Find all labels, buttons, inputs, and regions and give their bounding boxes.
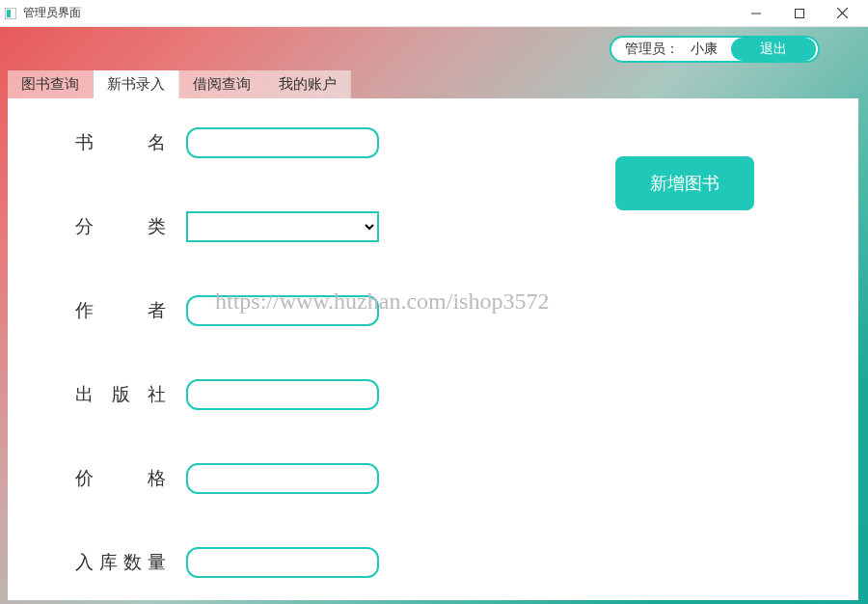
svg-line-4 <box>837 8 848 18</box>
admin-name: 小康 <box>691 41 718 58</box>
input-publisher[interactable] <box>186 379 379 410</box>
window-controls <box>734 0 864 27</box>
input-author[interactable] <box>186 295 379 326</box>
app-icon <box>4 7 17 20</box>
row-quantity: 入库数量 <box>8 547 858 578</box>
add-book-button[interactable]: 新增图书 <box>615 156 754 210</box>
titlebar: 管理员界面 <box>0 0 868 27</box>
tab-new-book[interactable]: 新书录入 <box>94 70 179 98</box>
select-category[interactable] <box>186 211 379 242</box>
window-title: 管理员界面 <box>23 5 734 21</box>
row-publisher: 出版社 <box>8 379 858 410</box>
row-book-name: 书名 <box>8 127 858 158</box>
tabs-bar: 图书查询 新书录入 借阅查询 我的账户 <box>0 70 868 98</box>
row-price: 价格 <box>8 463 858 494</box>
admin-info-panel: 管理员： 小康 退出 <box>610 36 820 63</box>
tab-book-search[interactable]: 图书查询 <box>8 70 94 98</box>
label-author: 作者 <box>75 298 186 323</box>
row-category: 分类 <box>8 211 858 242</box>
tab-borrow-search[interactable]: 借阅查询 <box>179 70 265 98</box>
label-category: 分类 <box>75 214 186 239</box>
row-author: 作者 <box>8 295 858 326</box>
svg-line-5 <box>837 8 848 18</box>
tab-my-account[interactable]: 我的账户 <box>265 70 351 98</box>
svg-rect-1 <box>7 10 11 17</box>
label-price: 价格 <box>75 466 186 491</box>
maximize-button[interactable] <box>777 0 821 27</box>
input-quantity[interactable] <box>186 547 379 578</box>
close-button[interactable] <box>821 0 864 27</box>
label-publisher: 出版社 <box>75 382 186 407</box>
admin-label: 管理员： <box>625 41 679 58</box>
tab-content-new-book: 书名 分类 作者 出版社 价格 入库数量 新增图书 https://www.hu… <box>8 98 858 600</box>
input-book-name[interactable] <box>186 127 379 158</box>
logout-button[interactable]: 退出 <box>731 38 816 61</box>
input-price[interactable] <box>186 463 379 494</box>
content-area: 管理员： 小康 退出 图书查询 新书录入 借阅查询 我的账户 书名 分类 作者 … <box>0 27 868 604</box>
label-book-name: 书名 <box>75 130 186 155</box>
svg-rect-3 <box>795 9 803 17</box>
minimize-button[interactable] <box>734 0 777 27</box>
label-quantity: 入库数量 <box>75 550 186 575</box>
header-bar: 管理员： 小康 退出 <box>0 27 868 70</box>
